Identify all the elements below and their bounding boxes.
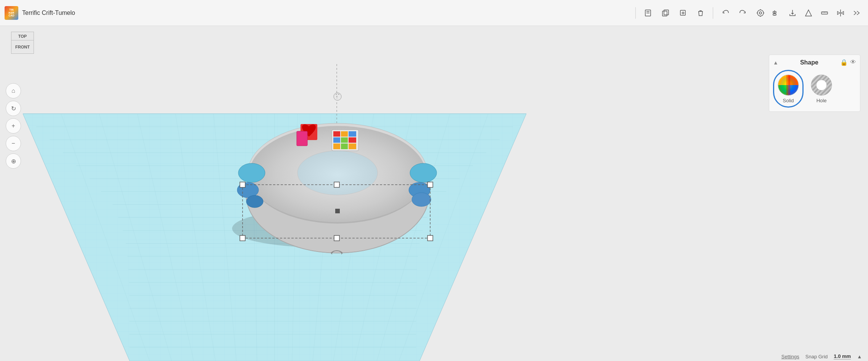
shape-panel: ▲ Shape 🔒 👁 — [769, 55, 860, 112]
lock-icon[interactable]: 🔒 — [840, 59, 848, 66]
background-svg: ↑ — [0, 26, 868, 361]
svg-point-70 — [238, 163, 265, 182]
svg-rect-78 — [333, 131, 340, 137]
settings-link[interactable]: Settings — [781, 354, 799, 359]
svg-rect-86 — [349, 143, 356, 149]
svg-point-73 — [410, 163, 437, 182]
fit-view-button[interactable]: ⊕ — [6, 153, 21, 169]
shape-panel-header: ▲ Shape 🔒 👁 — [773, 59, 856, 66]
app-title: Terrific Crift-Tumelo — [22, 10, 630, 16]
mirror-button[interactable] — [834, 6, 847, 20]
canvas-area[interactable]: ↑ — [0, 26, 868, 361]
zoom-out-button[interactable]: − — [6, 136, 21, 151]
svg-rect-79 — [341, 131, 348, 137]
shape-options-row: Solid — [773, 70, 856, 108]
svg-point-100 — [816, 80, 827, 90]
svg-marker-23 — [841, 11, 844, 15]
svg-point-72 — [246, 195, 263, 208]
toolbar-separator-2 — [713, 7, 713, 19]
undo-button[interactable] — [719, 6, 732, 20]
svg-rect-3 — [662, 11, 667, 16]
align-button[interactable] — [770, 6, 783, 20]
svg-rect-80 — [349, 131, 356, 137]
status-bar: Settings Snap Grid 1.0 mm ▲ — [775, 352, 868, 361]
hole-shape-option[interactable]: Hole — [807, 71, 836, 106]
snap-grid-arrow[interactable]: ▲ — [857, 354, 862, 359]
hole-icon — [810, 74, 833, 96]
more-button[interactable] — [850, 6, 863, 20]
delete-button[interactable] — [694, 6, 707, 20]
svg-point-9 — [759, 12, 762, 14]
snap-grid-value[interactable]: 1.0 mm — [834, 353, 851, 359]
redo-button[interactable] — [736, 6, 750, 20]
svg-point-8 — [757, 10, 764, 16]
visibility-icon[interactable]: 👁 — [850, 59, 856, 66]
solid-label: Solid — [783, 98, 794, 103]
orbit-nav-button[interactable]: ↻ — [6, 101, 21, 116]
snap-grid-label: Snap Grid — [805, 354, 828, 359]
svg-rect-94 — [428, 235, 433, 241]
svg-rect-90 — [334, 182, 339, 187]
svg-rect-87 — [297, 131, 307, 146]
nav-controls: ⌂ ↻ + − ⊕ — [6, 83, 21, 169]
top-bar: TINKERCAD Terrific Crift-Tumelo — [0, 0, 868, 26]
svg-rect-95 — [335, 209, 340, 213]
svg-rect-82 — [341, 137, 348, 143]
cube-top-face[interactable]: TOP — [11, 32, 34, 40]
svg-rect-4 — [664, 10, 669, 15]
svg-rect-83 — [349, 137, 356, 143]
import-button[interactable] — [802, 6, 815, 20]
new-button[interactable] — [641, 6, 655, 20]
copy-layout-button[interactable] — [659, 6, 672, 20]
svg-marker-22 — [837, 11, 840, 15]
toolbar-separator — [635, 7, 636, 19]
svg-point-75 — [412, 193, 431, 206]
duplicate-button[interactable] — [676, 6, 690, 20]
right-toolbar — [754, 6, 863, 20]
svg-text:↑: ↑ — [336, 94, 338, 100]
svg-rect-93 — [334, 235, 339, 241]
svg-rect-85 — [341, 143, 348, 149]
svg-marker-16 — [805, 10, 812, 16]
svg-rect-15 — [773, 14, 776, 15]
svg-rect-91 — [428, 182, 433, 187]
solid-icon — [777, 74, 799, 96]
shape-panel-icons: 🔒 👁 — [840, 59, 856, 66]
svg-rect-92 — [240, 235, 245, 241]
svg-rect-81 — [333, 137, 340, 143]
zoom-in-button[interactable]: + — [6, 118, 21, 134]
svg-rect-89 — [240, 182, 245, 187]
navigation-cube[interactable]: TOP FRONT — [6, 32, 39, 66]
ruler-button[interactable] — [818, 6, 831, 20]
cube-front-face[interactable]: FRONT — [11, 40, 34, 54]
svg-rect-97 — [786, 75, 790, 95]
3d-viewport[interactable]: ↑ — [0, 26, 868, 361]
svg-rect-84 — [333, 143, 340, 149]
shape-panel-title: Shape — [800, 59, 818, 66]
hole-label: Hole — [817, 98, 827, 103]
home-nav-button[interactable]: ⌂ — [6, 83, 21, 98]
inspect-button[interactable] — [754, 6, 767, 20]
solid-shape-option[interactable]: Solid — [773, 70, 804, 108]
export-button[interactable] — [786, 6, 799, 20]
app-logo: TINKERCAD — [5, 6, 18, 20]
